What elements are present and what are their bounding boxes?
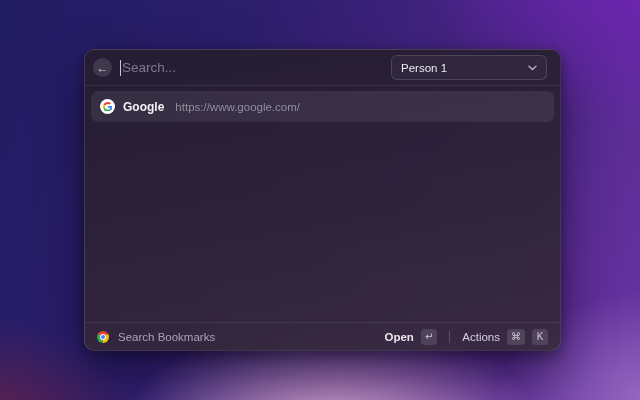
search-input[interactable] [122,60,383,75]
chrome-icon [97,331,109,343]
back-button[interactable]: ← [93,58,112,77]
back-arrow-icon: ← [97,61,109,73]
search-header: ← Person 1 [85,50,560,86]
results-list: Google https://www.google.com/ [85,86,560,322]
return-key-badge[interactable]: ↵ [421,329,437,345]
text-caret [120,60,121,76]
footer-actions: Open ↵ Actions ⌘ K [385,329,549,345]
chevron-down-icon [528,65,537,71]
command-name: Search Bookmarks [118,331,215,343]
bookmark-url: https://www.google.com/ [175,101,300,113]
open-action-label[interactable]: Open [385,331,414,343]
desktop-background: ← Person 1 [0,0,640,400]
footer-bar: Search Bookmarks Open ↵ Actions ⌘ K [85,322,560,350]
list-item[interactable]: Google https://www.google.com/ [91,91,554,122]
command-key-badge[interactable]: ⌘ [507,329,525,345]
search-field [120,60,383,76]
actions-button-label[interactable]: Actions [462,331,500,343]
profile-dropdown[interactable]: Person 1 [391,55,547,80]
k-key-badge[interactable]: K [532,329,548,345]
google-logo-icon [100,99,115,114]
profile-dropdown-value: Person 1 [401,62,528,74]
bookmark-title: Google [123,100,164,114]
footer-source: Search Bookmarks [97,331,385,343]
footer-divider [449,331,450,343]
launcher-window: ← Person 1 [84,49,561,351]
